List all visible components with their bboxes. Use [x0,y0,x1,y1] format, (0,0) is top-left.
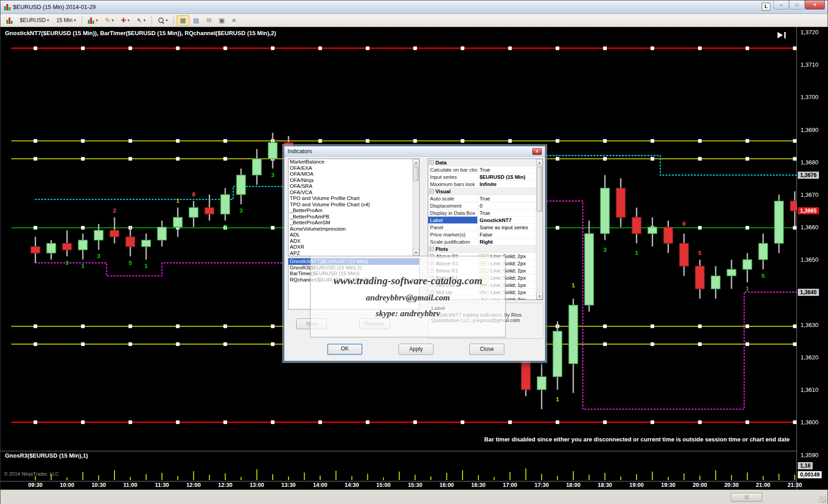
resize-grip[interactable] [819,496,826,503]
property-value[interactable]: Infinite [478,181,536,187]
time-axis-label: 18:30 [598,482,612,488]
property-row[interactable]: PanelSame as input series [428,224,536,231]
property-section-data[interactable]: −Data [428,159,536,166]
magnifier-icon [158,17,165,24]
instrument-select[interactable]: $EURUSD▾ [17,15,52,26]
property-grid-scrollbar[interactable]: ▲ ▼ [536,159,543,300]
properties-button[interactable]: ≡ [229,15,239,26]
property-name: Scale justification [428,238,478,245]
bottom-scrollbar-area[interactable] [0,490,828,504]
property-row[interactable]: Display in Data BoxTrue [428,209,536,217]
zoom-select[interactable]: ▾ [155,15,171,26]
property-row[interactable]: Maximum bars lookInfinite [428,181,536,188]
snapshot-button[interactable]: ▣ [216,15,228,26]
available-indicator-item[interactable]: OFA/EXA [288,165,412,172]
property-row[interactable]: Price marker(s)False [428,231,536,238]
time-axis-label: 19:00 [629,482,644,488]
mail-button[interactable]: ✉ [203,15,215,26]
available-indicator-item[interactable]: OFA/MOA [288,171,412,177]
bar-timer-status: Bar timer disabled since either you are … [484,436,790,443]
collapse-icon[interactable]: − [430,160,434,164]
property-value[interactable]: GnostickNT7 [478,217,536,223]
minimize-button[interactable]: – [773,0,789,9]
available-indicators-list[interactable]: MarketBalanceOFA/EXAOFA/MOAOFA/NinjaOFA/… [288,159,420,256]
bar-style-select[interactable]: ▾ [85,15,101,26]
time-axis-label: 11:30 [155,482,169,488]
dialog-titlebar[interactable]: Indicators × [284,146,545,157]
svg-text:1: 1 [176,197,179,204]
property-value[interactable]: True [478,195,536,202]
available-indicator-item[interactable]: APZ [288,250,412,256]
available-indicator-item[interactable]: TPO and Volume Profile Chart [288,195,412,202]
available-indicator-item[interactable]: AcmeVolumeImpression [288,226,412,232]
price-axis[interactable]: 1,37201,37101,37001,36901,36801,36701,36… [796,27,828,490]
available-indicator-item[interactable]: _BetterProAmSM [288,220,412,226]
available-indicator-item[interactable]: _BetterProAmPB [288,214,412,220]
scroll-down-icon[interactable]: ▼ [413,249,419,256]
go-to-end-icon[interactable] [777,32,787,41]
draw-tool-select[interactable]: ✎▾ [102,15,117,26]
chart-button[interactable] [3,15,16,26]
price-axis-label: 1,3650 [801,256,819,263]
dialog-close-button[interactable]: × [532,148,542,155]
available-indicator-item[interactable]: ADL [288,232,412,238]
dialog-close-action-button[interactable]: Close [469,344,504,355]
svg-text:1: 1 [572,282,575,289]
available-indicator-item[interactable]: MarketBalance [288,159,412,165]
app-icon [4,4,10,10]
svg-text:3: 3 [271,172,274,178]
candles-icon [88,17,94,24]
property-value[interactable]: Right [478,238,536,245]
cursor-select[interactable]: ↖▾ [134,15,149,26]
svg-text:3: 3 [239,207,242,214]
collapse-icon[interactable]: − [430,189,434,193]
property-row[interactable]: Auto scaleTrue [428,195,536,202]
property-section-visual[interactable]: −Visual [428,188,536,195]
scrollbar-thumb[interactable] [413,167,419,181]
property-name-text: Display in Data Box [430,210,475,216]
property-value[interactable]: 0 [478,202,536,209]
scrollbar-thumb[interactable] [537,167,542,212]
property-row[interactable]: Displacement0 [428,202,536,209]
collapse-icon[interactable]: − [430,247,434,251]
property-value[interactable]: True [478,166,536,173]
available-indicator-item[interactable]: OFA/SRA [288,183,412,190]
scroll-up-icon[interactable]: ▲ [413,159,419,166]
scroll-up-icon[interactable]: ▲ [536,159,543,166]
property-value[interactable]: True [478,209,536,216]
available-indicator-item[interactable]: OFA/VCA [288,190,412,196]
chart-panel-button[interactable]: ▤ [190,15,202,26]
marker-tool-select[interactable]: ✚▾ [118,15,133,26]
property-value[interactable]: False [478,231,536,238]
available-indicator-item[interactable]: OFA/Ninja [288,177,412,184]
apply-button[interactable]: Apply [398,344,434,355]
property-value[interactable]: $EURUSD (15 Min) [478,173,536,180]
property-row[interactable]: Input series$EURUSD (15 Min) [428,173,536,181]
property-row[interactable]: LabelGnostickNT7 [428,217,536,224]
data-box-button[interactable]: ▦ [177,15,189,26]
lock-button[interactable]: L [762,3,770,10]
available-indicator-item[interactable]: _BetterProAm [288,208,412,214]
property-name: Price marker(s) [428,231,478,238]
close-button[interactable]: × [805,0,825,9]
horizontal-scrollbar-thumb[interactable] [731,493,762,502]
property-row[interactable]: Calculate on bar closTrue [428,166,536,173]
property-value-text: Right [480,239,493,245]
available-indicator-item[interactable]: TPO and Volume Profile Chart (v4) [288,202,412,208]
available-indicator-item[interactable]: ADXR [288,244,412,250]
time-axis[interactable]: 09:3010:0010:3011:0011:3012:0012:3013:00… [0,482,796,490]
maximize-button[interactable]: □ [789,0,805,9]
property-name-text: Displacement [430,203,462,209]
window-titlebar[interactable]: $EURUSD (15 Min) 2014-01-29 L – □ × [0,0,828,14]
available-list-scrollbar[interactable]: ▲ ▼ [412,159,419,256]
property-value[interactable]: Same as input series [478,224,536,231]
property-row[interactable]: Scale justificationRight [428,238,536,245]
ok-button[interactable]: OK [327,344,362,355]
property-section-plots[interactable]: −Plots [428,245,536,253]
svg-text:1: 1 [635,250,638,256]
time-axis-label: 13:30 [281,482,296,488]
scroll-down-icon[interactable]: ▼ [536,293,543,300]
interval-select[interactable]: 15 Min▾ [53,15,79,26]
available-indicator-item[interactable]: ADX [288,238,412,245]
time-axis-label: 16:30 [471,482,485,488]
